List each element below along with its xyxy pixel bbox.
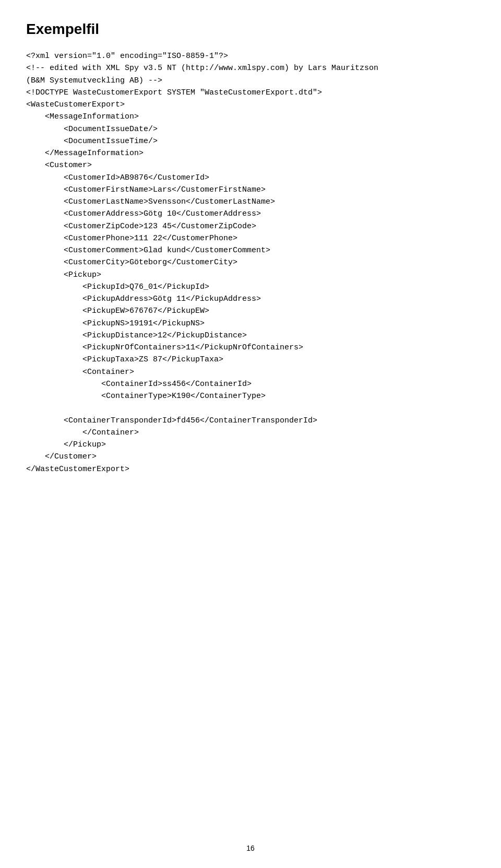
xml-line-8: <DocumentIssueTime/>: [26, 137, 158, 146]
xml-line-23: <PickupNS>19191</PickupNS>: [26, 319, 205, 328]
page-number: 16: [246, 844, 255, 852]
xml-line-19: <Pickup>: [26, 271, 101, 279]
xml-line-9: </MessageInformation>: [26, 149, 144, 158]
xml-content: <?xml version="1.0" encoding="ISO-8859-1…: [26, 50, 475, 475]
xml-line-24: <PickupDistance>12</PickupDistance>: [26, 331, 247, 340]
xml-line-18: <CustomerCity>Göteborg</CustomerCity>: [26, 258, 237, 267]
xml-line-26: <PickupTaxa>ZS 87</PickupTaxa>: [26, 355, 223, 364]
xml-line-16: <CustomerPhone>111 22</CustomerPhone>: [26, 234, 237, 243]
xml-line-4: <!DOCTYPE WasteCustomerExport SYSTEM "Wa…: [26, 88, 322, 97]
xml-line-27: <Container>: [26, 368, 134, 377]
page-title: Exempelfil: [26, 21, 475, 38]
xml-line-10: <Customer>: [26, 161, 92, 170]
xml-line-7: <DocumentIssueDate/>: [26, 125, 158, 134]
xml-line-1: <?xml version="1.0" encoding="ISO-8859-1…: [26, 52, 228, 61]
xml-line-32: </Container>: [26, 428, 139, 437]
xml-line-12: <CustomerFirstName>Lars</CustomerFirstNa…: [26, 185, 266, 194]
xml-line-34: </Customer>: [26, 452, 97, 461]
xml-line-11: <CustomerId>AB9876</CustomerId>: [26, 173, 209, 182]
xml-line-35: </WasteCustomerExport>: [26, 465, 129, 474]
xml-line-21: <PickupAddress>Götg 11</PickupAddress>: [26, 295, 261, 303]
xml-line-3: (B&M Systemutveckling AB) -->: [26, 76, 162, 85]
xml-line-25: <PickupNrOfContainers>11</PickupNrOfCont…: [26, 343, 303, 352]
xml-line-28: <ContainerId>ss456</ContainerId>: [26, 380, 252, 389]
xml-line-13: <CustomerLastName>Svensson</CustomerLast…: [26, 197, 275, 206]
xml-line-6: <MessageInformation>: [26, 112, 139, 121]
xml-line-22: <PickupEW>676767</PickupEW>: [26, 307, 209, 315]
xml-line-5: <WasteCustomerExport>: [26, 100, 125, 109]
xml-line-17: <CustomerComment>Glad kund</CustomerComm…: [26, 246, 270, 255]
xml-line-14: <CustomerAddress>Götg 10</CustomerAddres…: [26, 209, 261, 218]
xml-line-33: </Pickup>: [26, 440, 106, 449]
xml-line-20: <PickupId>Q76_01</PickupId>: [26, 283, 209, 291]
xml-line-15: <CustomerZipCode>123 45</CustomerZipCode…: [26, 222, 256, 231]
xml-line-2: <!-- edited with XML Spy v3.5 NT (http:/…: [26, 64, 378, 73]
xml-line-29: <ContainerType>K190</ContainerType>: [26, 392, 266, 401]
xml-line-31: <ContainerTransponderId>fd456</Container…: [26, 416, 317, 425]
page-footer: 16: [0, 844, 501, 852]
